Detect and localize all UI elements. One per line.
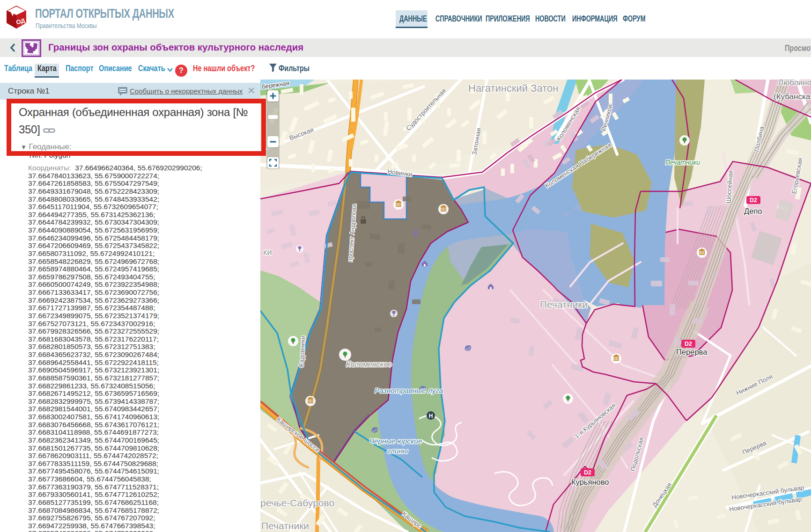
svg-text:речье-Сабурово: речье-Сабурово [260,497,334,508]
svg-text:Курьяново: Курьяново [571,478,609,486]
svg-text:Печатники: Печатники [261,520,309,531]
svg-text:(Кубанская: (Кубанская [774,92,811,101]
svg-text:Чёрные юрские: Чёрные юрские [369,437,422,445]
svg-text:D2: D2 [685,341,692,347]
svg-text:D2: D2 [584,469,591,476]
svg-text:Печатники: Печатники [540,299,588,310]
svg-text:Коломенское: Коломенское [346,360,392,368]
svg-text:D2: D2 [750,197,757,204]
svg-text:Разнотравные луга: Разнотравные луга [375,386,443,394]
svg-text:Печатники: Печатники [665,159,700,166]
svg-text:Депо: Депо [744,207,762,215]
svg-text:Люблино: Люблино [778,80,811,87]
svg-text:Перерва: Перерва [676,348,708,356]
svg-text:ки: ки [263,247,272,257]
svg-text:глины: глины [387,447,408,455]
svg-text:Нагатинский Затон: Нагатинский Затон [468,82,559,94]
svg-text:H: H [429,413,433,419]
